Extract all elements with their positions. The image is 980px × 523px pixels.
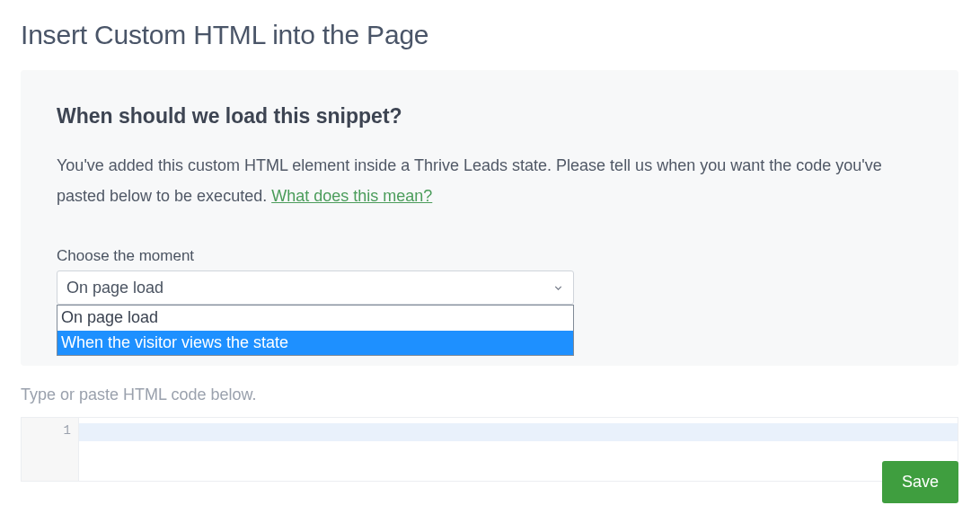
moment-select-wrap: On page load On page load When the visit…	[57, 270, 574, 305]
save-button[interactable]: Save	[882, 461, 958, 503]
line-number: 1	[22, 423, 71, 438]
code-area-label: Type or paste HTML code below.	[21, 386, 980, 404]
moment-select[interactable]: On page load	[57, 270, 574, 305]
page-title: Insert Custom HTML into the Page	[0, 0, 980, 50]
code-gutter: 1	[22, 418, 79, 481]
moment-option-1[interactable]: When the visitor views the state	[57, 331, 573, 355]
moment-field-label: Choose the moment	[57, 247, 923, 265]
moment-dropdown-list: On page load When the visitor views the …	[57, 305, 574, 355]
snippet-timing-panel: When should we load this snippet? You've…	[21, 70, 958, 366]
code-lines[interactable]	[79, 418, 958, 481]
moment-select-value: On page load	[66, 279, 163, 297]
panel-description: You've added this custom HTML element in…	[57, 150, 901, 211]
panel-heading: When should we load this snippet?	[57, 104, 923, 129]
code-editor[interactable]: 1	[21, 417, 958, 482]
panel-description-text: You've added this custom HTML element in…	[57, 156, 882, 205]
help-link[interactable]: What does this mean?	[271, 187, 432, 205]
code-line-1[interactable]	[79, 423, 958, 441]
moment-option-0[interactable]: On page load	[57, 306, 573, 330]
chevron-down-icon	[552, 282, 564, 294]
